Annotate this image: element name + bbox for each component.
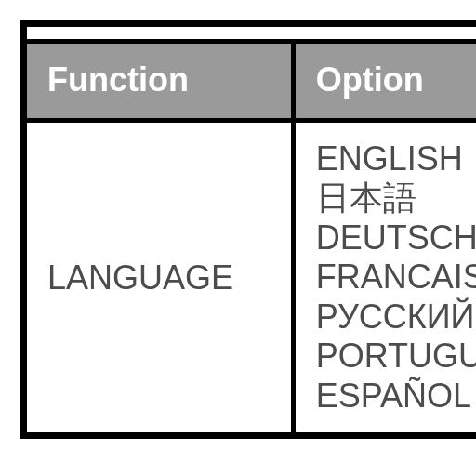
language-table: Function Option LANGUAGE ENGLISH 日本語 DEU… <box>27 44 476 432</box>
language-option: ENGLISH <box>316 139 476 178</box>
language-option: PORTUGUÊS <box>316 337 476 376</box>
language-option: 日本語 <box>316 178 476 218</box>
settings-table: Function Option LANGUAGE ENGLISH 日本語 DEU… <box>20 20 476 439</box>
header-row: Function Option <box>27 44 476 121</box>
language-option: FRANCAIS <box>316 258 476 297</box>
table-top-strip <box>27 27 476 44</box>
language-option: РУССКИЙ <box>316 298 476 337</box>
language-option: DEUTSCH <box>316 218 476 258</box>
option-cell: ENGLISH 日本語 DEUTSCH FRANCAIS РУССКИЙ POR… <box>293 121 476 433</box>
function-cell: LANGUAGE <box>27 121 293 433</box>
header-option: Option <box>293 44 476 121</box>
header-function: Function <box>27 44 293 121</box>
language-option: ESPAÑOL <box>316 377 476 416</box>
language-options-list: ENGLISH 日本語 DEUTSCH FRANCAIS РУССКИЙ POR… <box>316 139 476 416</box>
table-row: LANGUAGE ENGLISH 日本語 DEUTSCH FRANCAIS РУ… <box>27 121 476 433</box>
